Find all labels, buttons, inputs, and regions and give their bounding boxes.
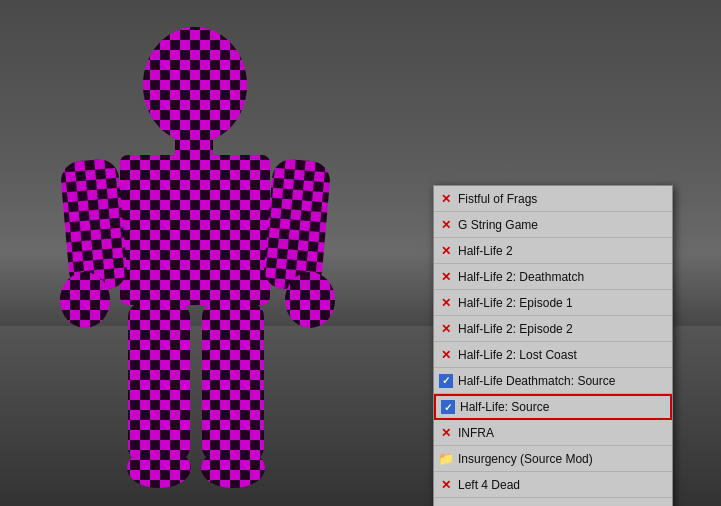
x-icon: ✕ xyxy=(438,269,454,285)
list-item-label: Fistful of Frags xyxy=(458,192,537,206)
list-item-label: Half-Life 2: Deathmatch xyxy=(458,270,584,284)
list-item-half-life-2[interactable]: ✕Half-Life 2 xyxy=(434,238,672,264)
list-item-fistful-of-frags[interactable]: ✕Fistful of Frags xyxy=(434,186,672,212)
x-icon: ✕ xyxy=(438,503,454,507)
list-item-infra[interactable]: ✕INFRA xyxy=(434,420,672,446)
x-icon: ✕ xyxy=(438,477,454,493)
x-icon: ✕ xyxy=(438,295,454,311)
svg-point-14 xyxy=(201,448,265,488)
svg-rect-6 xyxy=(120,155,270,305)
x-icon: ✕ xyxy=(438,217,454,233)
check-icon: ✓ xyxy=(440,399,456,415)
x-icon: ✕ xyxy=(438,321,454,337)
game-list-panel: ✕Fistful of Frags✕G String Game✕Half-Lif… xyxy=(433,185,673,506)
svg-point-13 xyxy=(127,448,191,488)
svg-rect-11 xyxy=(128,302,190,462)
x-icon: ✕ xyxy=(438,425,454,441)
list-item-label: Half-Life 2: Episode 1 xyxy=(458,296,573,310)
x-icon: ✕ xyxy=(438,347,454,363)
x-icon: ✕ xyxy=(438,243,454,259)
list-item-left-4-dead[interactable]: ✕Left 4 Dead xyxy=(434,472,672,498)
list-item-half-life-2-episode2[interactable]: ✕Half-Life 2: Episode 2 xyxy=(434,316,672,342)
check-icon: ✓ xyxy=(438,373,454,389)
folder-icon: 📁 xyxy=(438,451,454,467)
list-item-label: Left 4 Dead xyxy=(458,478,520,492)
list-item-half-life-2-lost-coast[interactable]: ✕Half-Life 2: Lost Coast xyxy=(434,342,672,368)
svg-point-9 xyxy=(60,272,110,328)
x-icon: ✕ xyxy=(438,191,454,207)
list-item-half-life-source[interactable]: ✓Half-Life: Source xyxy=(434,394,672,420)
svg-rect-7 xyxy=(59,158,128,293)
list-item-half-life-2-deathmatch[interactable]: ✕Half-Life 2: Deathmatch xyxy=(434,264,672,290)
list-item-label: Half-Life 2: Episode 2 xyxy=(458,322,573,336)
list-item-label: Half-Life Deathmatch: Source xyxy=(458,374,615,388)
svg-point-4 xyxy=(143,27,247,143)
svg-point-10 xyxy=(285,272,335,328)
list-item-half-life-2-episode1[interactable]: ✕Half-Life 2: Episode 1 xyxy=(434,290,672,316)
list-item-left-4-dead-2[interactable]: ✕Left 4 Dead 2 xyxy=(434,498,672,506)
list-item-label: INFRA xyxy=(458,426,494,440)
list-item-half-life-deathmatch-source[interactable]: ✓Half-Life Deathmatch: Source xyxy=(434,368,672,394)
list-item-label: Insurgency (Source Mod) xyxy=(458,452,593,466)
list-item-label: G String Game xyxy=(458,218,538,232)
list-item-label: Half-Life: Source xyxy=(460,400,549,414)
svg-rect-12 xyxy=(202,302,264,462)
character-model xyxy=(40,20,360,500)
list-item-label: Half-Life 2 xyxy=(458,244,513,258)
svg-rect-8 xyxy=(262,158,331,293)
list-item-label: Half-Life 2: Lost Coast xyxy=(458,348,577,362)
list-item-g-string-game[interactable]: ✕G String Game xyxy=(434,212,672,238)
list-item-insurgency-source-mod[interactable]: 📁Insurgency (Source Mod) xyxy=(434,446,672,472)
